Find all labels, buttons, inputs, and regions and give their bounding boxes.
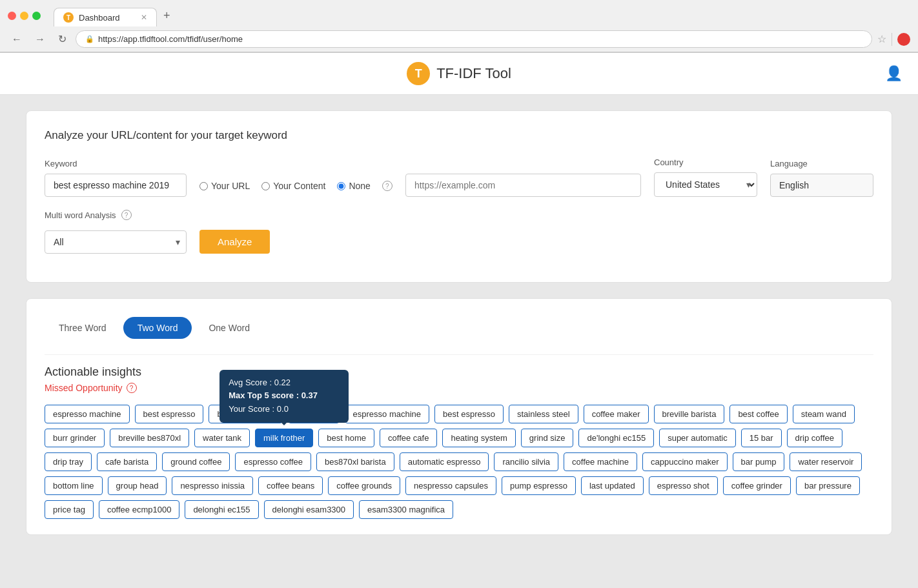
extension-button[interactable] — [897, 33, 910, 46]
tag-item[interactable]: mr coffee — [288, 405, 340, 423]
tag-item[interactable]: cafe barista — [97, 452, 157, 471]
missed-help-icon[interactable]: ? — [127, 383, 137, 393]
tag-item[interactable]: coffee cafe — [380, 429, 437, 447]
tag-item[interactable]: nespresso capsules — [405, 476, 496, 495]
tag-item[interactable]: delonghi ec155 — [185, 500, 258, 519]
tag-item[interactable]: 15 bar — [741, 429, 782, 447]
tab-two-word[interactable]: Two Word — [123, 317, 192, 339]
radio-url-label[interactable]: Your URL — [199, 181, 250, 191]
tag-item[interactable]: heating system — [442, 429, 515, 447]
lock-icon: 🔒 — [85, 35, 94, 43]
active-tab[interactable]: T Dashboard ✕ — [54, 8, 157, 26]
tab-one-word[interactable]: One Word — [194, 317, 264, 339]
tag-item[interactable]: nespresso inissia — [172, 476, 253, 495]
tag-item[interactable]: ground coffee — [162, 452, 230, 471]
tag-item[interactable]: espresso machine — [345, 405, 430, 423]
tag-item[interactable]: best home — [318, 429, 374, 447]
tag-item[interactable]: de'longhi ec155 — [578, 429, 654, 447]
tag-item[interactable]: automatic espresso — [400, 452, 489, 471]
keyword-input[interactable] — [45, 174, 187, 197]
tag-item[interactable]: best coffee — [729, 405, 787, 423]
tag-item[interactable]: water tank — [194, 429, 250, 447]
tag-item[interactable]: coffee grinder — [723, 476, 791, 495]
browser-chrome: T Dashboard ✕ + ← → ↻ 🔒 https://app.tfid… — [0, 0, 918, 53]
tag-item[interactable]: burr grinder — [45, 429, 105, 447]
country-select-wrapper: United States — [654, 172, 757, 197]
traffic-light-yellow[interactable] — [20, 12, 28, 20]
tag-item[interactable]: coffee maker — [584, 405, 649, 423]
tag-item[interactable]: pump espresso — [502, 476, 576, 495]
tag-item[interactable]: cappuccino maker — [642, 452, 728, 471]
tab-three-word[interactable]: Three Word — [45, 317, 121, 339]
card-title: Analyze your URL/content for your target… — [45, 129, 873, 142]
url-text: https://app.tfidftool.com/tfidf/user/hom… — [98, 34, 243, 44]
tag-item[interactable]: espresso coffee — [235, 452, 311, 471]
user-menu-button[interactable]: 👤 — [885, 65, 903, 82]
tag-item[interactable]: grind size — [521, 429, 574, 447]
back-button[interactable]: ← — [8, 31, 26, 48]
tag-item[interactable]: rancilio silvia — [494, 452, 558, 471]
tab-favicon: T — [63, 12, 74, 23]
tag-item[interactable]: coffee ecmp1000 — [99, 500, 180, 519]
address-bar-row: ← → ↻ 🔒 https://app.tfidftool.com/tfidf/… — [0, 26, 918, 52]
radio-none[interactable] — [337, 182, 345, 190]
radio-none-label[interactable]: None — [337, 181, 370, 191]
radio-content[interactable] — [261, 182, 270, 190]
country-label: Country — [654, 157, 757, 167]
multiword-group: Multi word Analysis ? All — [45, 210, 187, 254]
app-title: TF-IDF Tool — [436, 65, 511, 82]
tag-item[interactable]: esam3300 magnifica — [359, 500, 453, 519]
new-tab-button[interactable]: + — [157, 5, 177, 26]
language-group: Language — [770, 159, 873, 197]
tag-item[interactable]: bottom line — [45, 476, 103, 495]
tag-item[interactable]: bar pump — [733, 452, 785, 471]
multiword-label: Multi word Analysis — [45, 210, 116, 220]
tag-item[interactable]: barista express — [209, 405, 282, 423]
tag-item[interactable]: steam wand — [793, 405, 855, 423]
tag-item[interactable]: breville barista — [654, 405, 725, 423]
tag-item[interactable]: drip tray — [45, 452, 92, 471]
tag-item[interactable]: water reservoir — [790, 452, 862, 471]
forward-button[interactable]: → — [31, 31, 49, 48]
country-group: Country United States — [654, 157, 757, 197]
missed-opportunity-label: Missed Opportunity ? — [45, 383, 873, 393]
multiword-help-icon[interactable]: ? — [121, 210, 132, 220]
multiword-label-row: Multi word Analysis ? — [45, 210, 187, 220]
bookmark-button[interactable]: ☆ — [877, 33, 886, 45]
analyze-card: Analyze your URL/content for your target… — [26, 110, 892, 283]
refresh-button[interactable]: ↻ — [54, 30, 70, 48]
tag-item[interactable]: coffee grounds — [328, 476, 400, 495]
tag-item[interactable]: drip coffee — [787, 429, 842, 447]
none-help-icon[interactable]: ? — [382, 181, 393, 191]
tag-item[interactable]: best espresso — [135, 405, 204, 423]
radio-url[interactable] — [199, 182, 208, 190]
tag-item[interactable]: super automatic — [659, 429, 736, 447]
tag-item[interactable]: price tag — [45, 500, 94, 519]
tag-item[interactable]: bes870xl barista — [316, 452, 394, 471]
section-title: Actionable insights — [45, 365, 873, 379]
tag-item[interactable]: last updated — [581, 476, 644, 495]
logo-area: T TF-IDF Tool — [407, 62, 511, 85]
tag-item[interactable]: best espresso — [434, 405, 504, 423]
country-select[interactable]: United States — [654, 172, 757, 197]
main-content: Analyze your URL/content for your target… — [0, 95, 918, 566]
tab-close-button[interactable]: ✕ — [141, 13, 147, 22]
tag-item[interactable]: espresso machine — [45, 405, 130, 423]
analyze-button[interactable]: Analyze — [199, 230, 270, 254]
tag-item[interactable]: bar pressure — [796, 476, 860, 495]
tag-item[interactable]: coffee beans — [258, 476, 323, 495]
traffic-light-green[interactable] — [32, 12, 41, 20]
traffic-light-red[interactable] — [8, 12, 16, 20]
tag-item[interactable]: coffee machine — [564, 452, 637, 471]
tag-item[interactable]: milk frotherAvg Score : 0.22Max Top 5 sc… — [255, 429, 313, 447]
tag-item[interactable]: breville bes870xl — [110, 429, 189, 447]
tag-item[interactable]: group head — [108, 476, 167, 495]
tag-item[interactable]: stainless steel — [509, 405, 578, 423]
tag-item[interactable]: espresso shot — [649, 476, 718, 495]
tag-cloud: espresso machinebest espressobarista exp… — [45, 405, 873, 519]
radio-content-label[interactable]: Your Content — [261, 181, 325, 191]
url-input[interactable] — [405, 174, 641, 197]
tag-item[interactable]: delonghi esam3300 — [264, 500, 354, 519]
multiword-select[interactable]: All — [45, 230, 187, 254]
address-bar[interactable]: 🔒 https://app.tfidftool.com/tfidf/user/h… — [76, 30, 872, 48]
